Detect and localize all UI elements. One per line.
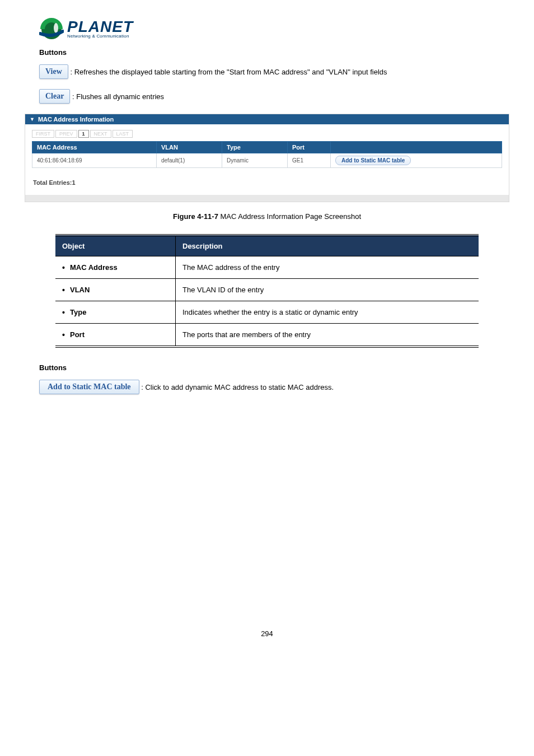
- cell-type: Dynamic: [222, 153, 288, 168]
- desc-header-row: Object Description: [55, 235, 479, 256]
- col-type: Type: [222, 142, 288, 153]
- page-number: 294: [39, 629, 495, 638]
- col-vlan: VLAN: [157, 142, 222, 153]
- cell-port: GE1: [288, 153, 331, 168]
- desc-header-description: Description: [176, 235, 479, 256]
- mac-address-table: MAC Address VLAN Type Port 40:61:86:04:1…: [32, 141, 502, 168]
- desc-object: VLAN: [55, 279, 176, 301]
- svg-point-1: [54, 23, 58, 33]
- desc-description: The ports that are members of the entry: [176, 324, 479, 347]
- figure-caption: Figure 4-11-7 MAC Address Information Pa…: [39, 212, 495, 221]
- view-button[interactable]: View: [39, 64, 68, 79]
- desc-row: Port The ports that are members of the e…: [55, 324, 479, 347]
- table-header-row: MAC Address VLAN Type Port: [32, 142, 502, 153]
- brand-logo: PLANET Networking & Communication: [39, 17, 495, 41]
- add-to-static-mac-button-large[interactable]: Add to Static MAC table: [39, 380, 139, 394]
- cell-mac: 40:61:86:04:18:69: [32, 153, 157, 168]
- planet-globe-icon: [39, 17, 64, 41]
- pager-last[interactable]: LAST: [113, 130, 133, 138]
- desc-row: MAC Address The MAC address of the entry: [55, 256, 479, 279]
- desc-object: Type: [55, 301, 176, 324]
- cell-vlan: default(1): [157, 153, 222, 168]
- figure-title: MAC Address Information Page Screenshot: [218, 212, 361, 221]
- brand-tagline: Networking & Communication: [67, 34, 133, 39]
- add-to-static-mac-button[interactable]: Add to Static MAC table: [335, 156, 411, 165]
- view-button-desc: : Refreshes the displayed table starting…: [70, 68, 387, 76]
- caret-down-icon: ▼: [30, 116, 35, 122]
- pager-prev[interactable]: PREV: [55, 130, 77, 138]
- desc-description: The MAC address of the entry: [176, 256, 479, 279]
- figure-number: Figure 4-11-7: [173, 212, 218, 221]
- col-mac: MAC Address: [32, 142, 157, 153]
- desc-header-object: Object: [55, 235, 176, 256]
- pager-next[interactable]: NEXT: [90, 130, 111, 138]
- total-entries: Total Entries:1: [33, 179, 502, 186]
- brand-name: PLANET: [67, 20, 133, 34]
- desc-object: Port: [55, 324, 176, 347]
- panel-title: MAC Address Information: [38, 116, 114, 123]
- desc-description: The VLAN ID of the entry: [176, 279, 479, 301]
- desc-object: MAC Address: [55, 256, 176, 279]
- col-action: [331, 142, 502, 153]
- col-port: Port: [288, 142, 331, 153]
- desc-row: VLAN The VLAN ID of the entry: [55, 279, 479, 301]
- buttons-heading-1: Buttons: [39, 48, 495, 57]
- pager-current[interactable]: 1: [78, 130, 89, 138]
- panel-header[interactable]: ▼ MAC Address Information: [25, 114, 509, 124]
- add-to-static-mac-desc: : Click to add dynamic MAC address to st…: [141, 383, 334, 391]
- desc-description: Indicates whether the entry is a static …: [176, 301, 479, 324]
- table-row: 40:61:86:04:18:69 default(1) Dynamic GE1…: [32, 153, 502, 168]
- description-table: Object Description MAC Address The MAC a…: [55, 234, 479, 348]
- pager-first[interactable]: FIRST: [32, 130, 54, 138]
- pager: FIRST PREV 1 NEXT LAST: [32, 130, 502, 138]
- clear-button[interactable]: Clear: [39, 89, 70, 104]
- clear-button-desc: : Flushes all dynamic entries: [72, 92, 164, 101]
- buttons-heading-2: Buttons: [39, 363, 495, 372]
- desc-row: Type Indicates whether the entry is a st…: [55, 301, 479, 324]
